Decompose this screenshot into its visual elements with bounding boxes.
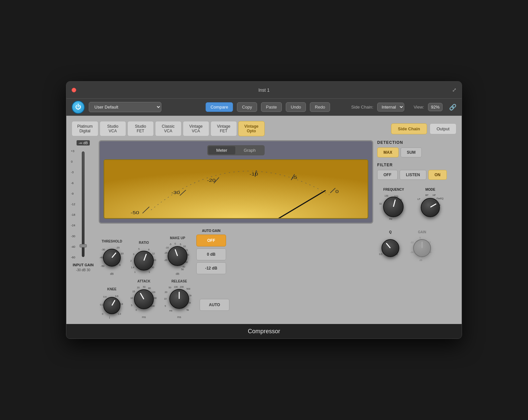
comp-tab-vintage-opto[interactable]: VintageOpto <box>238 121 265 136</box>
attack-knob[interactable] <box>134 289 154 309</box>
svg-text:HP: HP <box>433 194 436 196</box>
graph-tab[interactable]: Graph <box>236 146 264 154</box>
svg-text:0: 0 <box>136 309 137 311</box>
q-knob[interactable] <box>381 239 399 257</box>
vu-meter-display: Meter Graph <box>99 140 373 224</box>
frequency-section: FREQUENCY 520 2k 130 8k 32 Hz <box>377 188 410 222</box>
title-bar-left <box>72 88 76 92</box>
undo-button[interactable]: Undo <box>286 102 306 112</box>
comp-tab-studio-fet[interactable]: StudioFET <box>127 121 154 136</box>
vu-meter-section: Meter Graph <box>99 140 373 319</box>
release-knob[interactable] <box>169 289 189 309</box>
svg-text:-10: -10 <box>120 252 124 255</box>
view-label: View: <box>413 105 424 110</box>
frequency-knob[interactable] <box>383 197 404 217</box>
auto-button[interactable]: AUTO <box>200 299 229 311</box>
q-label: Q <box>389 230 392 234</box>
close-button[interactable] <box>72 88 76 92</box>
svg-text:8: 8 <box>148 248 149 251</box>
svg-text:5: 5 <box>180 243 181 245</box>
svg-text:Hz: Hz <box>389 217 392 220</box>
svg-text:20: 20 <box>137 286 140 289</box>
input-gain-strip: -∞ dB +3 0 -3 -6 -9 -12 -18 -24 -30 -40 … <box>72 140 95 272</box>
svg-text:ParEQ: ParEQ <box>437 197 444 200</box>
svg-text:0.5: 0.5 <box>379 253 382 255</box>
gain-section: GAIN 0 12 -12 24 -24 dB <box>409 230 435 262</box>
svg-text:1.4: 1.4 <box>131 266 134 269</box>
frequency-label: FREQUENCY <box>383 188 404 191</box>
redo-button[interactable]: Redo <box>310 102 330 112</box>
svg-text:0.6: 0.6 <box>115 295 118 297</box>
makeup-knob[interactable] <box>168 246 187 266</box>
auto-gain-off-button[interactable]: OFF <box>196 235 226 246</box>
comp-tab-platinum-digital[interactable]: PlatinumDigital <box>72 121 98 136</box>
mode-label: MODE <box>425 188 435 191</box>
preset-select[interactable]: User Default <box>89 102 161 112</box>
auto-gain-0db-button[interactable]: 0 dB <box>196 248 226 260</box>
tab-side-chain[interactable]: Side Chain <box>391 123 427 134</box>
meter-tab[interactable]: Meter <box>208 146 235 154</box>
knee-control: KNEE 0.4 0.6 0.2 0.8 0 1.0 | <box>99 287 125 319</box>
comp-tab-classic-vca[interactable]: ClassicVCA <box>155 121 182 136</box>
detection-max-button[interactable]: MAX <box>377 147 399 157</box>
tab-output[interactable]: Output <box>430 123 456 134</box>
svg-text:20: 20 <box>153 259 156 261</box>
svg-text:LP: LP <box>417 198 420 200</box>
sidechain-select[interactable]: Internal <box>377 103 404 112</box>
svg-text:10: 10 <box>130 297 133 299</box>
svg-text:200: 200 <box>180 286 184 288</box>
comp-tab-studio-vca[interactable]: StudioVCA <box>100 121 126 136</box>
svg-text:40: 40 <box>182 266 185 268</box>
svg-text:1: 1 <box>134 271 136 273</box>
filter-off-button[interactable]: OFF <box>377 170 398 180</box>
attack-label: ATTACK <box>137 279 150 283</box>
bottom-bar: Compressor <box>66 324 462 339</box>
svg-text:50: 50 <box>181 268 184 271</box>
view-percent: 92% <box>428 103 443 111</box>
db-infinity-label: -∞ dB <box>77 140 90 145</box>
svg-text:2: 2 <box>130 260 132 262</box>
svg-text:0: 0 <box>175 242 176 245</box>
svg-text:50: 50 <box>169 286 171 289</box>
knee-knob[interactable] <box>103 297 120 314</box>
expand-icon[interactable]: ⤢ <box>452 87 456 93</box>
filter-listen-button[interactable]: LISTEN <box>400 170 426 180</box>
threshold-label: THRESHOLD <box>102 240 122 243</box>
main-window: Inst 1 ⤢ ⏻ User Default Compare Copy Pas… <box>66 81 462 339</box>
svg-text:500: 500 <box>186 288 190 290</box>
attack-unit: ms <box>142 315 146 319</box>
svg-text:|: | <box>109 316 110 319</box>
title-bar: Inst 1 ⤢ <box>66 81 462 99</box>
threshold-knob[interactable] <box>103 249 121 267</box>
filter-on-button[interactable]: ON <box>428 170 447 180</box>
release-control: RELEASE 50 100 200 20 500 10 1k 5 <box>163 279 196 319</box>
detection-section: DETECTION MAX SUM <box>377 140 456 157</box>
input-gain-range: -30 dB 30 <box>76 268 90 272</box>
svg-text:5: 5 <box>131 304 132 307</box>
comp-tab-vintage-fet[interactable]: VintageFET <box>211 121 237 136</box>
comp-tab-vintage-vca[interactable]: VintageVCA <box>183 121 209 136</box>
mode-knob[interactable] <box>421 198 440 217</box>
makeup-label: MAKE UP <box>170 236 185 240</box>
svg-text:-12: -12 <box>410 241 413 243</box>
sidechain-label: Side Chain: <box>351 105 373 110</box>
svg-text:50: 50 <box>143 286 146 288</box>
compare-button[interactable]: Compare <box>206 102 233 112</box>
release-unit: ms <box>177 315 181 319</box>
power-button[interactable]: ⏻ <box>72 101 85 114</box>
ratio-knob[interactable] <box>134 251 154 271</box>
auto-gain-section: AUTO GAIN OFF 0 dB -12 dB <box>196 229 226 274</box>
auto-gain-minus12db-button[interactable]: -12 dB <box>196 262 226 274</box>
svg-text:1.0: 1.0 <box>118 313 121 315</box>
detection-sum-button[interactable]: SUM <box>401 147 422 157</box>
paste-button[interactable]: Paste <box>261 102 282 112</box>
svg-text:3: 3 <box>133 253 134 255</box>
svg-text:-50: -50 <box>131 210 139 215</box>
threshold-control: THRESHOLD -30 -20 -40 -10 -50 0 <box>99 240 125 275</box>
copy-button[interactable]: Copy <box>237 102 257 112</box>
attack-control: ATTACK 20 50 80 15 120 10 160 5 <box>129 279 159 319</box>
svg-text:0.4: 0.4 <box>103 296 107 298</box>
knee-label: KNEE <box>107 287 116 291</box>
detection-buttons: MAX SUM <box>377 147 456 157</box>
link-icon[interactable]: 🔗 <box>449 104 456 111</box>
